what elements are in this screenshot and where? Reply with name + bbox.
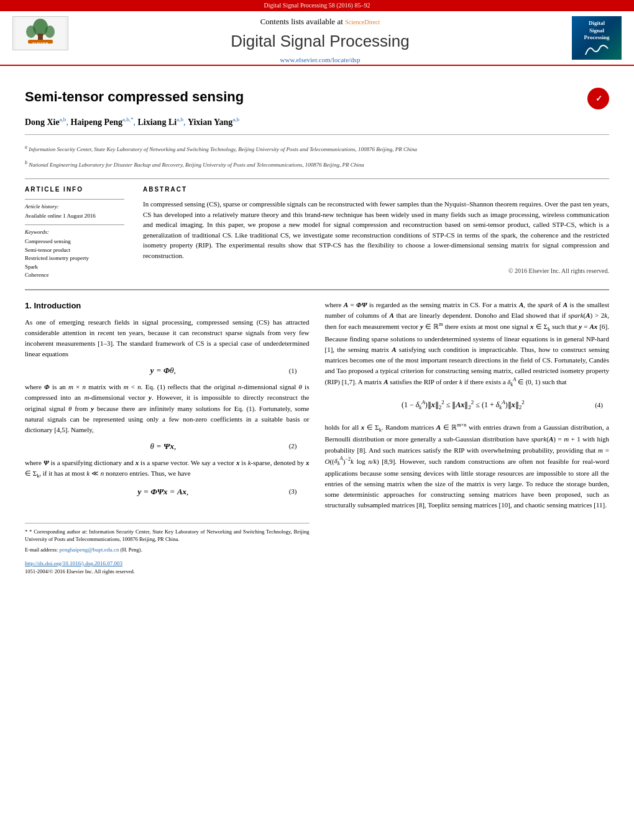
- logo-line1: Digital: [589, 20, 605, 27]
- body-left-col: 1. Introduction As one of emerging resea…: [25, 300, 310, 576]
- contents-available: Contents lists available at ScienceDirec…: [81, 16, 559, 27]
- equation-3: y = ΦΨx = Ax, (3): [37, 486, 297, 498]
- author-yixian-yang-sup: a,b: [232, 116, 239, 122]
- eq2-number: (2): [289, 441, 297, 451]
- author-yixian-yang: Yixian Yang: [188, 118, 232, 127]
- author-lixiang-li: Lixiang Li: [138, 118, 177, 127]
- svg-point-4: [45, 25, 55, 38]
- author-dong-xie-sup: a,b: [60, 116, 67, 122]
- journal-url: www.elsevier.com/locate/dsp: [81, 55, 559, 65]
- keyword-4: Spark: [25, 263, 124, 271]
- svg-text:ELSEVIER: ELSEVIER: [32, 42, 48, 45]
- doi-link[interactable]: http://dx.doi.org/10.1016/j.dsp.2016.07.…: [25, 560, 122, 566]
- article-title: Semi-tensor compressed sensing: [25, 88, 244, 107]
- eq1-content: y = Φθ,: [37, 364, 289, 377]
- intro-para3: where Ψ is a sparsifying dictionary and …: [25, 458, 310, 481]
- journal-citation: Digital Signal Processing 58 (2016) 85–9…: [264, 2, 370, 9]
- article-info-panel: ARTICLE INFO Article history: Available …: [25, 185, 124, 280]
- author-dong-xie: Dong Xie: [25, 118, 60, 127]
- authors-line: Dong Xiea,b, Haipeng Penga,b,*, Lixiang …: [25, 116, 609, 128]
- title-section: Semi-tensor compressed sensing ✓: [25, 88, 609, 109]
- body-divider: [25, 289, 609, 290]
- keyword-3: Restricted isometry property: [25, 254, 124, 262]
- issn-line: 1051-2004/© 2016 Elsevier Inc. All right…: [25, 568, 310, 576]
- equation-1: y = Φθ, (1): [37, 364, 297, 377]
- header-center: Contents lists available at ScienceDirec…: [68, 16, 572, 65]
- abstract-text: In compressed sensing (CS), sparse or co…: [143, 199, 609, 261]
- affiliations-block: a Information Security Center, State Key…: [25, 134, 609, 169]
- eq1-number: (1): [289, 366, 297, 376]
- keyword-5: Coherence: [25, 271, 124, 279]
- svg-point-3: [26, 25, 36, 38]
- logo-line2: Signal: [589, 27, 604, 35]
- keyword-1: Compressed sensing: [25, 238, 124, 246]
- article-info-heading: ARTICLE INFO: [25, 185, 124, 194]
- journal-logo-right: Digital Signal Processing: [572, 16, 622, 60]
- eq3-number: (3): [289, 486, 297, 497]
- body-columns: 1. Introduction As one of emerging resea…: [25, 300, 609, 576]
- history-label: Article history:: [25, 203, 124, 211]
- footnote-email: E-mail address: penghaipeng@bupt.edu.cn …: [25, 546, 310, 554]
- right-para2: holds for all x ∈ Σk. Random matrices A …: [325, 422, 610, 511]
- email-link: penghaipeng@bupt.edu.cn: [59, 547, 119, 553]
- sciencedirect-link[interactable]: ScienceDirect: [345, 19, 380, 25]
- svg-text:✓: ✓: [595, 94, 602, 103]
- eq4-content: (1 − δkA)‖x‖22 ≤ ‖Ax‖22 ≤ (1 + δkA)‖x‖22: [331, 399, 595, 412]
- author-lixiang-li-sup: a,b: [177, 116, 183, 122]
- eq2-content: θ = Ψx,: [37, 440, 289, 453]
- logo-line3: Processing: [584, 34, 610, 42]
- author-haipeng-peng: Haipeng Peng: [70, 118, 122, 127]
- abstract-section: ABSTRACT In compressed sensing (CS), spa…: [143, 185, 609, 280]
- keyword-2: Semi-tensor product: [25, 246, 124, 254]
- keywords-list: Compressed sensing Semi-tensor product R…: [25, 238, 124, 279]
- body-right-col: where A = ΦΨ is regarded as the sensing …: [325, 300, 610, 576]
- eq4-number: (4): [595, 400, 603, 410]
- copyright-line: © 2016 Elsevier Inc. All rights reserved…: [143, 267, 609, 275]
- affiliation-b: b National Engineering Laboratory for Di…: [25, 159, 609, 170]
- equation-4: (1 − δkA)‖x‖22 ≤ ‖Ax‖22 ≤ (1 + δkA)‖x‖22…: [331, 395, 604, 415]
- doi-line: http://dx.doi.org/10.1016/j.dsp.2016.07.…: [25, 558, 310, 568]
- top-bar: Digital Signal Processing 58 (2016) 85–9…: [0, 0, 634, 11]
- abstract-heading: ABSTRACT: [143, 185, 609, 194]
- intro-para2: where Φ is an m × n matrix with m < n. E…: [25, 382, 310, 435]
- journal-header: ELSEVIER Contents lists available at Sci…: [0, 11, 634, 66]
- footnote-star: * * Corresponding author at: Information…: [25, 528, 310, 543]
- intro-para1: As one of emerging research fields in si…: [25, 317, 310, 359]
- elsevier-logo-image: ELSEVIER: [12, 16, 68, 50]
- equation-2: θ = Ψx, (2): [37, 440, 297, 453]
- history-value: Available online 1 August 2016: [25, 212, 124, 220]
- footnote-area: * * Corresponding author at: Information…: [25, 523, 310, 576]
- author-haipeng-peng-sup: a,b,*: [122, 116, 134, 122]
- section1-heading: 1. Introduction: [25, 300, 310, 312]
- keywords-label: Keywords:: [25, 228, 124, 236]
- affiliation-a: a Information Security Center, State Key…: [25, 144, 609, 154]
- elsevier-logo: ELSEVIER: [12, 16, 68, 50]
- info-abstract-section: ARTICLE INFO Article history: Available …: [25, 178, 609, 280]
- journal-title: Digital Signal Processing: [81, 30, 559, 52]
- article-content: Semi-tensor compressed sensing ✓ Dong Xi…: [0, 66, 634, 585]
- eq3-content: y = ΦΨx = Ax,: [37, 486, 289, 498]
- crossmark-badge: ✓: [587, 88, 609, 109]
- right-para1: where A = ΦΨ is regarded as the sensing …: [325, 300, 610, 389]
